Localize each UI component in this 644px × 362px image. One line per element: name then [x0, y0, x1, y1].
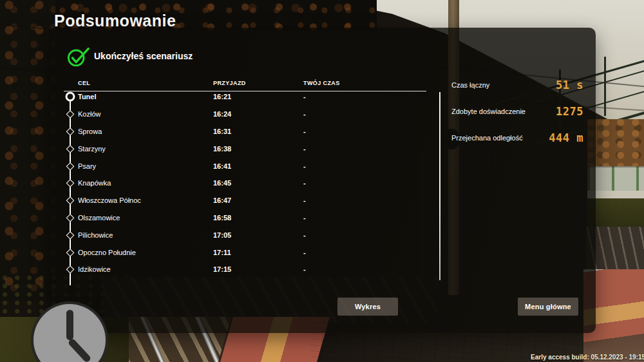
arrival-time: 17:05 — [213, 231, 231, 239]
table-row: Włoszczowa Północ 16:47 - — [64, 192, 444, 209]
own-time: - — [303, 162, 306, 170]
own-time: - — [303, 93, 306, 100]
arrival-time: 16:21 — [213, 93, 231, 100]
timeline-marker-icon — [66, 92, 75, 102]
arrival-time: 16:24 — [213, 110, 231, 118]
scenario-complete-text: Ukończyłeś scenariusz — [94, 51, 193, 61]
table-row: Idzikowice 17:15 - — [64, 261, 444, 278]
arrival-time: 17:15 — [213, 265, 231, 273]
table-row: Tunel 16:21 - — [64, 88, 444, 106]
column-header-przyjazd: PRZYJAZD — [213, 80, 246, 86]
stat-label: Zdobyte doświadczenie — [451, 108, 526, 115]
background-trees-right — [587, 119, 644, 171]
station-name: Włoszczowa Północ — [78, 196, 141, 204]
table-row: Opoczno Południe 17:11 - — [64, 243, 444, 261]
own-time: - — [303, 110, 306, 118]
background-trees-left — [0, 0, 55, 301]
station-name: Sprowa — [78, 128, 102, 135]
timeline-marker-icon — [66, 231, 74, 239]
stats-divider — [439, 92, 440, 280]
stat-label: Przejechana odległość — [451, 134, 523, 142]
background-noise-barrier — [587, 166, 644, 198]
clock-hour-hand — [67, 338, 91, 362]
station-name: Knapówka — [78, 179, 111, 187]
stat-row: Przejechana odległość 444 m — [451, 124, 583, 151]
own-time: - — [303, 145, 306, 153]
check-circle-icon — [67, 44, 90, 68]
station-name: Olszamowice — [78, 214, 120, 222]
table-row: Pilichowice 17:05 - — [64, 226, 444, 243]
station-name: Psary — [78, 162, 96, 170]
own-time: - — [303, 179, 306, 187]
clock-minute-hand — [66, 310, 73, 340]
stat-label: Czas łączny — [451, 81, 489, 89]
station-name: Tunel — [78, 93, 97, 100]
station-name: Kozłów — [78, 110, 100, 118]
timeline-marker-icon — [66, 145, 74, 153]
timeline-marker-icon — [66, 249, 74, 256]
timeline-marker-icon — [66, 214, 74, 222]
table-row: Olszamowice 16:58 - — [64, 209, 444, 227]
arrival-time: 17:11 — [213, 249, 231, 256]
arrival-time: 16:58 — [213, 214, 231, 222]
main-menu-button[interactable]: Menu główne — [518, 298, 578, 316]
table-row: Sprowa 16:31 - — [64, 123, 444, 140]
own-time: - — [303, 128, 306, 135]
summary-panel: Ukończyłeś scenariusz CEL PRZYJAZD TWÓJ … — [49, 28, 596, 333]
timeline-marker-icon — [66, 162, 74, 170]
station-list: Tunel 16:21 - Kozłów 16:24 - Sprowa 16:3… — [64, 88, 444, 278]
timeline-marker-icon — [66, 179, 74, 187]
arrival-time: 16:41 — [213, 162, 231, 170]
chart-button[interactable]: Wykres — [337, 298, 398, 316]
timeline-marker-icon — [66, 110, 74, 118]
table-row: Knapówka 16:45 - — [64, 175, 444, 192]
arrival-time: 16:45 — [213, 179, 231, 187]
timeline-marker-icon — [66, 196, 74, 204]
table-row: Psary 16:41 - — [64, 157, 444, 175]
stat-value: 1275 — [556, 105, 583, 118]
timeline-marker-icon — [66, 265, 74, 273]
arrival-time: 16:47 — [213, 196, 231, 204]
station-name: Opoczno Południe — [78, 249, 136, 256]
station-name: Pilichowice — [78, 231, 113, 239]
station-name: Idzikowice — [78, 265, 111, 273]
own-time: - — [303, 249, 306, 256]
timeline-marker-icon — [66, 128, 74, 135]
column-header-twoj-czas: TWÓJ CZAS — [303, 80, 340, 86]
station-name: Starzyny — [78, 145, 106, 153]
summary-screen: Podsumowanie Ukończyłeś scenariusz CEL P… — [0, 0, 644, 362]
own-time: - — [303, 196, 306, 204]
own-time: - — [303, 214, 306, 222]
stat-row: Czas łączny 51 s — [451, 71, 583, 98]
stat-row: Zdobyte doświadczenie 1275 — [451, 98, 583, 124]
stat-value: 444 m — [549, 131, 583, 144]
arrival-time: 16:31 — [213, 128, 231, 135]
table-row: Starzyny 16:38 - — [64, 140, 444, 157]
arrival-time: 16:38 — [213, 145, 231, 153]
stats-block: Czas łączny 51 s Zdobyte doświadczenie 1… — [451, 71, 583, 151]
own-time: - — [303, 265, 306, 273]
stat-value: 51 s — [556, 79, 583, 91]
column-header-cel: CEL — [78, 80, 90, 86]
table-row: Kozłów 16:24 - — [64, 106, 444, 123]
build-info-text: Early access build: 05.12.2023 - 19:15 — [531, 354, 644, 361]
own-time: - — [303, 231, 306, 239]
